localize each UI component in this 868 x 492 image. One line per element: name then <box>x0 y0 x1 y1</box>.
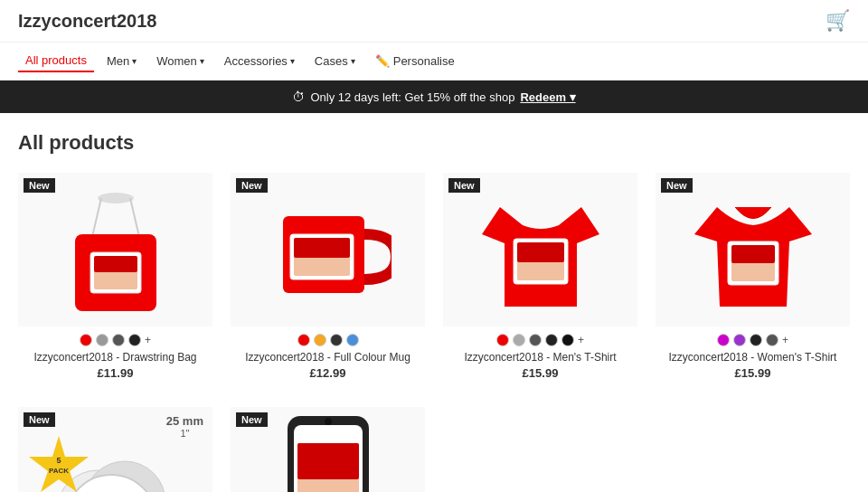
swatch-red[interactable] <box>80 334 92 346</box>
clock-icon: ⏱ <box>292 90 305 104</box>
new-badge: New <box>661 178 693 193</box>
swatch-black[interactable] <box>561 334 574 346</box>
swatch-gray[interactable] <box>96 334 108 346</box>
nav-item-accessories[interactable]: Accessories ▾ <box>217 51 302 71</box>
product-image-bag: New <box>18 173 212 326</box>
redeem-link[interactable]: Redeem ▾ <box>520 90 575 104</box>
promo-banner: ⏱ Only 12 days left: Get 15% off the sho… <box>0 80 868 113</box>
womens-tshirt-illustration <box>685 180 821 320</box>
color-swatches-womens-tshirt: + <box>717 334 788 346</box>
product-card-badge[interactable]: New 25 mm 1" 5 PACK <box>18 407 212 492</box>
size-label: 25 mm 1" <box>166 414 203 439</box>
svg-rect-29 <box>297 443 359 479</box>
product-name-mug: Izzyconcert2018 - Full Colour Mug <box>245 351 410 364</box>
svg-rect-10 <box>294 238 350 258</box>
site-title: Izzyconcert2018 <box>18 11 156 32</box>
swatch-purple[interactable] <box>733 334 746 346</box>
swatch-dark[interactable] <box>112 334 125 346</box>
empty-slot-3 <box>443 407 637 492</box>
new-badge: New <box>448 178 480 193</box>
svg-text:5: 5 <box>56 456 61 465</box>
product-image-badge: New 25 mm 1" 5 PACK <box>18 407 212 492</box>
color-swatches-bag: + <box>80 334 151 346</box>
product-grid-row1: New + Izzyco <box>18 173 850 380</box>
product-price-womens-tshirt: £15.99 <box>735 366 771 380</box>
header: Izzyconcert2018 🛒 <box>0 0 868 43</box>
swatch-black[interactable] <box>750 334 762 346</box>
svg-point-0 <box>98 193 134 203</box>
product-card-womens-tshirt[interactable]: New + Izzyconcert2018 - <box>656 173 850 380</box>
product-image-mens-tshirt: New <box>443 173 637 326</box>
swatch-black[interactable] <box>128 334 141 346</box>
nav-item-cases[interactable]: Cases ▾ <box>307 51 363 71</box>
svg-rect-6 <box>94 256 137 272</box>
product-image-mug: New <box>231 173 425 326</box>
swatch-red[interactable] <box>496 334 509 346</box>
cart-icon[interactable]: 🛒 <box>826 9 850 33</box>
swatch-gray[interactable] <box>513 334 525 346</box>
swatch-red[interactable] <box>297 334 310 346</box>
product-name-bag: Izzyconcert2018 - Drawstring Bag <box>33 351 196 364</box>
empty-slot-4 <box>656 407 850 492</box>
chevron-down-icon: ▾ <box>290 56 295 66</box>
product-grid-row2: New 25 mm 1" 5 PACK <box>18 407 850 492</box>
nav-item-men[interactable]: Men ▾ <box>99 51 144 71</box>
pencil-icon: ✏️ <box>375 54 390 68</box>
swatch-dark[interactable] <box>330 334 343 346</box>
svg-point-30 <box>325 418 332 425</box>
promo-text: Only 12 days left: Get 15% off the shop <box>310 90 514 104</box>
product-image-phone: New <box>231 407 425 492</box>
personalise-label: Personalise <box>393 54 455 68</box>
mens-tshirt-illustration <box>473 180 609 320</box>
swatch-blue[interactable] <box>346 334 359 346</box>
page-title: All products <box>18 131 850 155</box>
pack-star: 5 PACK <box>27 434 90 492</box>
product-price-bag: £11.99 <box>98 366 134 380</box>
product-card-mug[interactable]: New Izzyconcert2018 <box>231 173 425 380</box>
swatch-more[interactable]: + <box>578 334 584 346</box>
chevron-down-icon: ▾ <box>200 56 204 66</box>
product-name-mens-tshirt: Izzyconcert2018 - Men's T-Shirt <box>464 351 616 364</box>
swatch-orange[interactable] <box>314 334 326 346</box>
navigation: All products Men ▾ Women ▾ Accessories ▾… <box>0 43 868 80</box>
chevron-down-icon: ▾ <box>351 56 355 66</box>
color-swatches-mens-tshirt: + <box>496 334 584 346</box>
bag-illustration <box>52 180 179 320</box>
new-badge: New <box>24 412 55 427</box>
mug-illustration <box>265 180 392 320</box>
swatch-more[interactable]: + <box>782 334 788 346</box>
personalise-button[interactable]: ✏️ Personalise <box>375 54 455 68</box>
phone-illustration <box>274 407 382 492</box>
swatch-darker[interactable] <box>545 334 558 346</box>
new-badge: New <box>236 412 268 427</box>
chevron-down-icon: ▾ <box>132 56 137 66</box>
color-swatches-mug <box>297 334 359 346</box>
new-badge: New <box>24 178 55 193</box>
product-card-bag[interactable]: New + Izzyco <box>18 173 212 380</box>
nav-item-all-products[interactable]: All products <box>18 50 94 72</box>
swatch-pink[interactable] <box>717 334 730 346</box>
product-name-womens-tshirt: Izzyconcert2018 - Women's T-Shirt <box>669 351 837 364</box>
svg-text:PACK: PACK <box>49 467 69 475</box>
swatch-dark[interactable] <box>529 334 542 346</box>
nav-item-women[interactable]: Women ▾ <box>149 51 212 71</box>
product-card-phone[interactable]: New ◑ <box>231 407 425 492</box>
new-badge: New <box>236 178 268 193</box>
swatch-dark[interactable] <box>766 334 778 346</box>
svg-rect-13 <box>517 242 564 262</box>
product-image-womens-tshirt: New <box>656 173 850 326</box>
swatch-more[interactable]: + <box>145 334 151 346</box>
product-price-mens-tshirt: £15.99 <box>523 366 559 380</box>
svg-rect-16 <box>731 245 775 263</box>
main-content: All products New <box>0 113 868 492</box>
product-card-mens-tshirt[interactable]: New + Izzyconcert2018 - Men's T-Shir <box>443 173 637 380</box>
product-price-mug: £12.99 <box>310 366 346 380</box>
